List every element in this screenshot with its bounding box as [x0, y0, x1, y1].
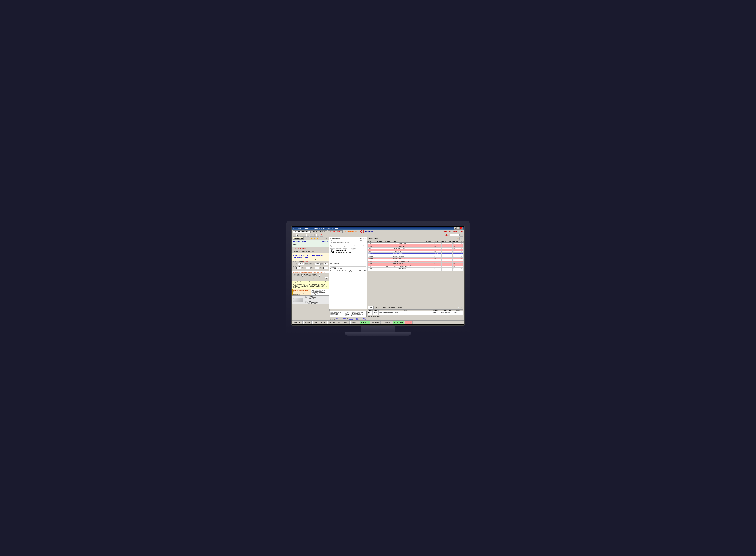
profile-table-row-12[interactable]: 720837ASPIRIN EC 81 MG30.0090.00 — [368, 263, 464, 264]
profile-table-row-0[interactable]: 730845LISINOPRILHCTZ 10-12.5 mg30.00180.… — [368, 242, 464, 244]
icon-zoom-out[interactable]: ⊟ — [317, 234, 320, 237]
notes-row-0[interactable]: ▶☑PatientDoctor , Put a Stop to patient … — [368, 311, 463, 313]
star-rating: ★★★★★ — [310, 237, 318, 239]
f-qty-input[interactable] — [315, 263, 321, 265]
new-rx-label: NEW RX — [365, 231, 373, 233]
vanity-drug[interactable]: Vanity Drug — [336, 318, 340, 320]
profile-table-row-9[interactable]: C730880ALPRAZOLAM 0.5 mg0.00210.00C — [368, 257, 464, 259]
icon-down[interactable]: ▼ — [303, 234, 306, 237]
mor-input[interactable] — [296, 267, 301, 269]
main-area: Rx Number I ★★★★★ [Spa] Fakename, Jane X… — [292, 237, 464, 320]
edit-bill-button[interactable]: Edit Bill — [312, 321, 320, 324]
icon-zoom-in[interactable]: ⊞ — [313, 234, 316, 237]
tab-others[interactable]: Others — [397, 306, 403, 309]
profile-cell-7-6 — [441, 254, 449, 256]
profile-cell-10-7 — [449, 259, 452, 261]
profile-table-row-10[interactable]: 731000AMITRIPTYLINE HCL 25 MG0.005.00C — [368, 259, 464, 261]
profile-table-row-7[interactable]: C730808ALPRAZOLAM 2 MG30.00180.00C — [368, 254, 464, 256]
profile-cell-4-8: 360.00 — [452, 249, 461, 251]
profile-cell-16-5: 60.00 — [434, 269, 441, 271]
profile-cell-11-8 — [452, 261, 461, 263]
verify-rx-button[interactable]: ✓ Verify Rx? — [360, 321, 370, 324]
minimize-button[interactable]: – — [454, 227, 457, 230]
window-title: Retail Check – Fakename, Jane X. 07/15/1… — [293, 228, 338, 229]
profile-table-row-3[interactable]: 731023SUCRALFATE 1 GRAM90.00C — [368, 247, 464, 249]
generic-note: A generically equivalent drug product ma… — [330, 245, 366, 249]
profile-table-row-13[interactable]: 720835BUTALBITAL/ACETAMINOPHEN, CAF30.00… — [368, 264, 464, 266]
icon-redo[interactable]: ▶ — [296, 234, 299, 237]
profile-table-row-4[interactable]: 730994BIGACCDYL 3.5 MG60.00360.00 — [368, 249, 464, 251]
profile-table-row-8[interactable]: C730809ALPRAZOLAM 1 mg90.00180.00C — [368, 256, 464, 257]
noon-input[interactable] — [306, 267, 310, 269]
close-rx-button[interactable]: ✕ Close — [405, 321, 413, 324]
profile-table-row-6[interactable]: *C731043ALPRAZOLAM 2 MG120.00C — [368, 252, 464, 254]
profile-cell-5-1 — [376, 251, 385, 252]
icon-edit[interactable]: ✎ — [306, 234, 309, 237]
dea: DEA: AB0000000 — [293, 249, 303, 251]
profile-icon-1[interactable]: 📋 — [457, 237, 460, 240]
pv2-fill-tab[interactable]: PV2: Fill Verification — [293, 231, 310, 233]
note-cell-1: If the patient has Ranitidine 300mg , sh… — [378, 313, 432, 315]
profile-table-row-14[interactable]: 720920[Held]CYCLOBENZAPRINE HCL 10 MG90.… — [368, 266, 464, 268]
col-d5: D5 — [449, 241, 452, 242]
profile-table-row-1[interactable]: 730838VITAMIN D3 5,000 UNIT0.00180.00 — [368, 244, 464, 246]
icon-search[interactable]: 🔍 — [310, 234, 313, 237]
req-orig-checkbox[interactable] — [319, 275, 320, 277]
profile-cell-11-4 — [424, 261, 434, 263]
monitor-screen: Retail Check – Fakename, Jane X. 07/15/1… — [291, 225, 465, 325]
fill-spruce[interactable]: Fill Spruce — [349, 318, 353, 320]
tape-spruce[interactable]: Tape Spruce — [362, 318, 367, 320]
auto-process-checkbox[interactable] — [301, 275, 303, 277]
profile-table-row-15[interactable]: 730847PENTOPXYFILL 400 MG60.00360.00C — [368, 268, 464, 269]
options-button[interactable]: Options ▼ — [350, 321, 359, 324]
edit-rx-button[interactable]: Edit Rx — [320, 321, 327, 324]
pv2-rx-tab[interactable]: PV2: Rx Verification — [311, 231, 328, 233]
tab-patient[interactable]: Patient — [381, 306, 387, 309]
eve-input[interactable] — [315, 267, 319, 269]
maximize-button[interactable]: □ — [457, 227, 460, 230]
skip-next-button[interactable]: Skip & Next — [371, 321, 381, 324]
profile-cell-2-1 — [376, 246, 385, 247]
profile-table-row-11[interactable]: 720947LITHIUM CARBONATE 300 mg — [368, 261, 464, 263]
spa-indicator: [Spa] — [325, 238, 328, 239]
check-next-button[interactable]: ✓ Check/Next — [381, 321, 392, 324]
find-input[interactable] — [450, 234, 460, 236]
bed-input[interactable] — [324, 267, 328, 269]
print-label-button[interactable]: Print Label — [327, 321, 336, 324]
o-qty-input[interactable] — [298, 263, 304, 265]
profile-cell-13-6 — [441, 264, 449, 266]
profile-cell-9-5: 0.00 — [434, 257, 441, 259]
drug-info-button[interactable]: Drug Info. — [303, 321, 312, 324]
icon-up[interactable]: ▲ — [300, 234, 303, 237]
notes-icon-1[interactable]: 📋 — [457, 306, 460, 309]
icon-undo[interactable]: ◀ — [293, 234, 296, 237]
edit-spruce[interactable]: Edit Spruce — [356, 318, 360, 320]
profile-cell-9-2 — [385, 257, 393, 259]
mark-error-button[interactable]: Mark Rx as Error — [337, 321, 350, 324]
profile-cell-2-8: 0.00 — [452, 246, 461, 247]
image-link[interactable]: Image — [343, 318, 346, 320]
alert-cell-1: ☑ — [368, 313, 373, 315]
horizontal-scrollbar[interactable] — [368, 318, 463, 320]
check-save-button[interactable]: ✓ Check/Save — [393, 321, 404, 324]
edit-entered-icon[interactable]: ✎ — [325, 277, 328, 280]
d-no-sel: D-No Sel — [303, 261, 308, 263]
pv1-tab[interactable]: PV1: Not Verified — [328, 231, 343, 233]
icon-go[interactable]: ▶ — [460, 234, 463, 237]
close-button[interactable]: ✕ — [460, 227, 463, 230]
dur-check-button[interactable]: DUR Check — [293, 321, 303, 324]
icon-help[interactable]: ❓ — [320, 234, 323, 237]
notes-icon-2[interactable]: 🔧 — [460, 306, 463, 309]
notes-row-1[interactable]: ☑PatientIf the patient has Ranitidine 30… — [368, 313, 463, 315]
profile-table-row-16[interactable]: 730905BETAMETHASONE VALERATE 0.1 %60.006… — [368, 269, 464, 271]
profile-icon-2[interactable]: 🔧 — [460, 237, 463, 240]
profile-table-row-2[interactable]: 730836METFORMIN 500 MG0.000.00 — [368, 246, 464, 247]
profile-cell-6-4 — [424, 252, 434, 254]
tab-delivery[interactable]: Delivery — [373, 306, 381, 309]
profile-cell-9-3: ALPRAZOLAM 0.5 mg — [393, 257, 424, 259]
tab-prescription[interactable]: Prescription — [387, 306, 396, 309]
ds-input[interactable] — [324, 263, 328, 265]
tab-alerts[interactable]: Alerts — [368, 306, 373, 309]
profile-cell-4-2 — [385, 249, 393, 251]
profile-table-row-5[interactable]: 731030BIGACCDYL 5 MG0.00180.00C — [368, 251, 464, 252]
